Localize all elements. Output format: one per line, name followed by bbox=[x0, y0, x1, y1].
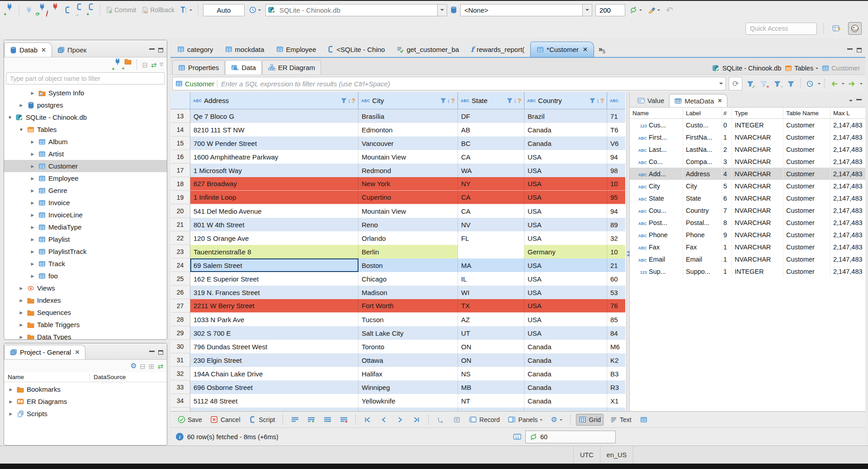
grid-cell[interactable]: Tucson bbox=[359, 313, 458, 326]
grid-cell[interactable]: 801 W 4th Street bbox=[190, 218, 359, 231]
tree-collapsed-arrow-icon[interactable]: ▶ bbox=[29, 188, 36, 193]
grid-cell[interactable]: NT bbox=[458, 394, 524, 408]
grid-cell[interactable]: WI bbox=[458, 286, 524, 299]
editor-tab-customer[interactable]: *Customer✕ bbox=[530, 42, 594, 57]
new-connection-icon[interactable]: + bbox=[114, 58, 121, 72]
grid-cell[interactable]: USA bbox=[524, 231, 607, 245]
minimize-icon[interactable] bbox=[149, 351, 155, 355]
save-button[interactable]: Save bbox=[175, 414, 204, 425]
view-menu-icon[interactable]: ▽ bbox=[160, 62, 163, 67]
tree-collapsed-arrow-icon[interactable]: ▶ bbox=[29, 237, 36, 242]
grid-cell[interactable]: 230 Elgin Street bbox=[190, 353, 359, 367]
grid-cell[interactable]: Reno bbox=[359, 218, 458, 231]
grid-cell[interactable] bbox=[607, 408, 625, 411]
grid-cell[interactable]: WA bbox=[458, 164, 524, 177]
tab-value[interactable]: Value bbox=[632, 94, 669, 107]
grid-cell[interactable] bbox=[458, 245, 524, 258]
grid-cell[interactable]: Chicago bbox=[359, 272, 458, 286]
minimize-icon[interactable] bbox=[847, 48, 853, 52]
tree-collapsed-arrow-icon[interactable]: ▶ bbox=[18, 103, 24, 108]
grid-cell[interactable]: Canada bbox=[524, 340, 607, 353]
column-header-datasource[interactable]: DataSource bbox=[90, 374, 126, 380]
tab-database-navigator[interactable]: Datab ✕ bbox=[4, 42, 52, 57]
edit-value-button[interactable] bbox=[288, 414, 301, 425]
tab-project-general[interactable]: Project - General ✕ bbox=[4, 345, 85, 359]
tree-item-playlist[interactable]: ▶Playlist bbox=[4, 233, 167, 245]
new-sql-editor-button[interactable] bbox=[63, 5, 72, 14]
panel-splitter[interactable]: ◀◀ bbox=[626, 92, 630, 411]
grid-cell[interactable]: Vancouver bbox=[359, 136, 458, 150]
tree-expanded-arrow-icon[interactable]: ▼ bbox=[18, 127, 24, 132]
close-icon[interactable]: ✕ bbox=[41, 47, 46, 53]
grid-cell[interactable]: Redmond bbox=[359, 164, 458, 177]
grid-cell[interactable]: Canada bbox=[524, 394, 607, 408]
view-menu-icon[interactable] bbox=[849, 100, 853, 103]
grid-cell[interactable]: USA bbox=[524, 218, 607, 231]
grid-cell[interactable]: Canada bbox=[524, 367, 607, 380]
grid-cell[interactable]: 95 bbox=[607, 191, 625, 204]
keyboard-icon[interactable] bbox=[513, 434, 521, 440]
tree-collapsed-arrow-icon[interactable]: ▶ bbox=[29, 152, 36, 156]
script-button[interactable]: Script bbox=[246, 414, 278, 425]
tree-collapsed-arrow-icon[interactable]: ▶ bbox=[29, 201, 36, 205]
grid-cell[interactable]: 319 N. Frances Street bbox=[190, 286, 359, 299]
grid-cell[interactable]: MA bbox=[458, 258, 524, 272]
row-number[interactable] bbox=[170, 408, 190, 411]
grid-cell[interactable]: AB bbox=[458, 123, 524, 136]
rollback-button[interactable]: Rollback bbox=[141, 5, 176, 14]
disconnect-button[interactable] bbox=[50, 2, 60, 18]
metadata-row[interactable]: ABCLast...LastNa...2NVARCHARCustomer2,14… bbox=[630, 143, 865, 155]
tree-collapsed-arrow-icon[interactable]: ▶ bbox=[29, 213, 36, 217]
row-number[interactable]: 16 bbox=[170, 150, 190, 164]
expand-all-icon[interactable]: ⊞ bbox=[149, 363, 155, 370]
delete-row-button[interactable] bbox=[337, 414, 350, 425]
custom-filter-button[interactable] bbox=[785, 78, 797, 89]
row-number[interactable]: 21 bbox=[170, 218, 190, 231]
project-item-er-diagrams[interactable]: ▶ER Diagrams bbox=[4, 395, 167, 408]
meta-column-[interactable]: # bbox=[722, 108, 732, 118]
grid-cell[interactable]: ON bbox=[458, 340, 524, 353]
grid-cell[interactable]: Brasília bbox=[359, 109, 458, 123]
chevron-down-icon[interactable] bbox=[818, 83, 821, 86]
metadata-row[interactable]: ABCCo...Compa...3NVARCHARCustomer2,147,4… bbox=[630, 155, 865, 168]
grid-cell[interactable]: X1 bbox=[607, 394, 625, 408]
row-number[interactable]: 29 bbox=[170, 326, 190, 340]
row-number[interactable]: 15 bbox=[170, 136, 190, 150]
grid-cell[interactable]: V6 bbox=[607, 136, 625, 150]
grid-cell[interactable]: Canada bbox=[524, 380, 607, 394]
undo-button[interactable]: ↶ bbox=[665, 5, 675, 15]
new-connection-button[interactable]: + bbox=[5, 2, 14, 18]
breadcrumb-tables[interactable]: Tables bbox=[785, 65, 818, 72]
grid-cell[interactable]: IL bbox=[458, 272, 524, 286]
tree-collapsed-arrow-icon[interactable]: ▶ bbox=[8, 399, 14, 404]
minimize-icon[interactable] bbox=[149, 48, 155, 52]
metadata-row[interactable]: ABCPhonePhone9NVARCHARCustomer2,147,483 bbox=[630, 229, 865, 241]
row-number[interactable]: 25 bbox=[170, 272, 190, 286]
editor-tab-mockdata[interactable]: mockdata bbox=[219, 42, 270, 57]
tree-item-artist[interactable]: ▶Artist bbox=[4, 148, 167, 160]
grid-cell[interactable]: CA bbox=[458, 150, 524, 164]
tree-item-views[interactable]: ▶Views bbox=[4, 282, 167, 294]
grid-cell[interactable]: Salt Lake City bbox=[359, 326, 458, 340]
commit-mode-combo[interactable]: Auto bbox=[203, 4, 245, 16]
grid-cell[interactable] bbox=[190, 408, 359, 411]
grid-cell[interactable]: USA bbox=[524, 164, 607, 177]
navigator-filter-input[interactable] bbox=[6, 72, 165, 84]
row-number[interactable]: 33 bbox=[170, 380, 190, 394]
auto-refresh-box[interactable]: 60 bbox=[525, 431, 616, 443]
locale-indicator[interactable]: en_US bbox=[600, 446, 633, 464]
sort-icon[interactable]: ↕ bbox=[447, 97, 450, 104]
grid-cell[interactable]: USA bbox=[524, 177, 607, 191]
tree-item-indexes[interactable]: ▶Indexes bbox=[4, 294, 167, 306]
column-header-city[interactable]: ABCCity↕? bbox=[359, 92, 458, 109]
tree-item-sqlite-chinook-db[interactable]: ▼SQLite - Chinook.db bbox=[4, 111, 167, 123]
grid-cell[interactable]: USA bbox=[524, 191, 607, 204]
grid-cell[interactable]: 541 Del Medio Avenue bbox=[190, 204, 359, 218]
transaction-history-button[interactable] bbox=[248, 5, 262, 14]
grid-cell[interactable]: 302 S 700 E bbox=[190, 326, 359, 340]
row-number[interactable]: 22 bbox=[170, 231, 190, 245]
nav-back-button[interactable] bbox=[828, 78, 840, 89]
grid-cell[interactable]: CA bbox=[458, 191, 524, 204]
connect-button[interactable] bbox=[24, 5, 34, 14]
chevron-down-icon[interactable] bbox=[719, 83, 723, 86]
